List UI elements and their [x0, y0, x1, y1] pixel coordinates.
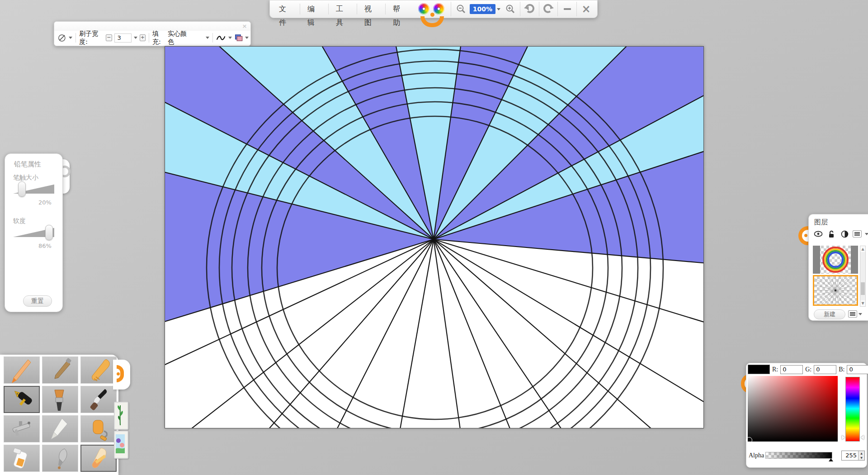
- curve-dropdown-icon[interactable]: [228, 37, 232, 39]
- tool-palette-knife[interactable]: [42, 415, 78, 442]
- separator: [149, 33, 149, 43]
- stroke-size-slider-thumb[interactable]: [18, 181, 26, 197]
- fill-dropdown-icon[interactable]: [206, 37, 209, 39]
- tool-colored-pencil[interactable]: [4, 356, 40, 384]
- layer-list-options-icon[interactable]: [848, 310, 857, 318]
- layer-menu-icon[interactable]: [853, 230, 862, 238]
- tool-paint-roller[interactable]: [80, 415, 117, 442]
- fill-value[interactable]: 实心颜色: [168, 30, 190, 46]
- tool-airbrush[interactable]: [4, 415, 40, 442]
- stroke-style-dropdown-icon[interactable]: [69, 37, 72, 39]
- width-dropdown-icon[interactable]: [134, 37, 137, 39]
- rainbow-circle-thumbnail: [813, 246, 858, 274]
- color-picker-panel: R: 0 G: 0 B: 0 Alpha 255 ▲ ▼: [746, 363, 867, 468]
- layer-list-options-dropdown-icon[interactable]: [859, 313, 862, 315]
- stamp-images-tab[interactable]: [114, 431, 128, 459]
- tool-crayon[interactable]: [80, 356, 117, 384]
- layer-menu-dropdown-icon[interactable]: [865, 233, 868, 235]
- alpha-slider[interactable]: [765, 452, 832, 459]
- color-swatch-icon[interactable]: [234, 33, 243, 43]
- current-color-swatch[interactable]: [748, 365, 770, 374]
- fountain-pen-icon: [5, 387, 39, 412]
- canvas[interactable]: [165, 46, 704, 428]
- saturation-value-box[interactable]: [748, 376, 838, 442]
- swatch-dropdown-icon[interactable]: [245, 37, 249, 39]
- alpha-increment-button[interactable]: ▲: [859, 451, 864, 456]
- menu-bar: 文件编辑工具视图帮助: [273, 2, 413, 16]
- tool-fountain-pen[interactable]: [4, 386, 40, 413]
- layer-opacity-icon[interactable]: [840, 230, 849, 238]
- palette-handle[interactable]: [113, 360, 130, 390]
- tool-charcoal-stick[interactable]: [42, 356, 78, 384]
- alpha-value: 255: [842, 451, 858, 460]
- softness-slider-thumb[interactable]: [45, 225, 53, 240]
- scrollbar-thumb[interactable]: [861, 282, 865, 295]
- hue-strip[interactable]: [845, 377, 860, 442]
- green-label: G:: [805, 366, 811, 373]
- width-increase-button[interactable]: +: [140, 34, 146, 41]
- layer-rainbow-circle[interactable]: [813, 246, 858, 274]
- hue-marker-left-icon[interactable]: [842, 435, 845, 440]
- plant-brushes-tab[interactable]: [114, 402, 128, 430]
- scroll-down-button[interactable]: ▼: [860, 300, 865, 306]
- hue-marker-right-icon[interactable]: [861, 435, 864, 440]
- menu-item-file[interactable]: 文件: [273, 2, 299, 16]
- menu-item-edit[interactable]: 编辑: [301, 2, 327, 16]
- pencil-panel-title: 铅笔属性: [14, 160, 41, 169]
- zoom-in-icon: [505, 4, 515, 14]
- clown-mascot[interactable]: [417, 2, 449, 28]
- layer-visibility-eye-icon[interactable]: [813, 230, 823, 238]
- alpha-decrement-button[interactable]: ▼: [859, 456, 864, 460]
- redo-button[interactable]: [540, 2, 557, 16]
- close-button[interactable]: ×: [578, 2, 594, 16]
- tool-paint-tube[interactable]: [4, 445, 40, 472]
- airbrush-icon: [4, 416, 39, 442]
- new-layer-button[interactable]: 新建: [814, 309, 845, 319]
- tool-eraser[interactable]: [80, 445, 117, 472]
- desktop: { "app": {"accent_orange": "#f5921e", "s…: [0, 0, 868, 475]
- smooth-curve-icon[interactable]: [216, 34, 226, 42]
- redo-icon: [542, 4, 554, 14]
- metal-nib-icon: [42, 445, 78, 471]
- stroke-style-icon[interactable]: [58, 33, 66, 43]
- minimize-icon: [564, 8, 571, 10]
- zoom-out-button[interactable]: [453, 2, 470, 16]
- red-label: R:: [772, 366, 778, 373]
- layers-scrollbar[interactable]: ▲ ▼: [860, 246, 866, 307]
- separator: [576, 2, 577, 16]
- brush-width-value[interactable]: 3: [114, 33, 132, 43]
- zoom-level[interactable]: 100%: [470, 4, 495, 14]
- canvas-artwork: [165, 47, 703, 428]
- tool-ink-brush[interactable]: [80, 386, 117, 413]
- options-close-button[interactable]: ×: [241, 23, 248, 29]
- charcoal-stick-icon: [42, 357, 78, 383]
- tool-flat-brush[interactable]: [42, 386, 78, 413]
- scroll-up-button[interactable]: ▲: [860, 246, 865, 252]
- spokes-thumbnail: [814, 276, 857, 304]
- zoom-in-button[interactable]: [502, 2, 519, 16]
- alpha-spinner[interactable]: 255 ▲ ▼: [841, 451, 865, 461]
- stroke-size-label: 笔触大小: [13, 174, 38, 182]
- menu-item-view[interactable]: 视图: [358, 2, 384, 16]
- crayon-icon: [81, 357, 116, 383]
- separator: [520, 2, 520, 16]
- layer-lock-icon[interactable]: [826, 230, 836, 238]
- ink-brush-icon: [81, 386, 116, 413]
- softness-value: 86%: [38, 242, 52, 249]
- separator: [451, 2, 451, 16]
- width-decrease-button[interactable]: −: [106, 34, 112, 41]
- reset-button[interactable]: 重置: [23, 295, 52, 307]
- green-input[interactable]: 0: [814, 365, 836, 374]
- tool-metal-nib[interactable]: [42, 445, 78, 472]
- layer-radial-spokes-selected[interactable]: [813, 275, 858, 306]
- zoom-dropdown-icon[interactable]: [497, 8, 500, 10]
- layers-panel-title: 图层: [814, 218, 828, 227]
- blue-input[interactable]: 0: [847, 365, 868, 374]
- menu-item-help[interactable]: 帮助: [387, 2, 413, 16]
- undo-button[interactable]: [521, 2, 538, 16]
- red-input[interactable]: 0: [780, 365, 803, 374]
- menu-item-tools[interactable]: 工具: [330, 2, 356, 16]
- minimize-button[interactable]: [559, 2, 576, 16]
- layers-panel-handle[interactable]: [798, 226, 809, 245]
- plant-icon: [115, 403, 126, 427]
